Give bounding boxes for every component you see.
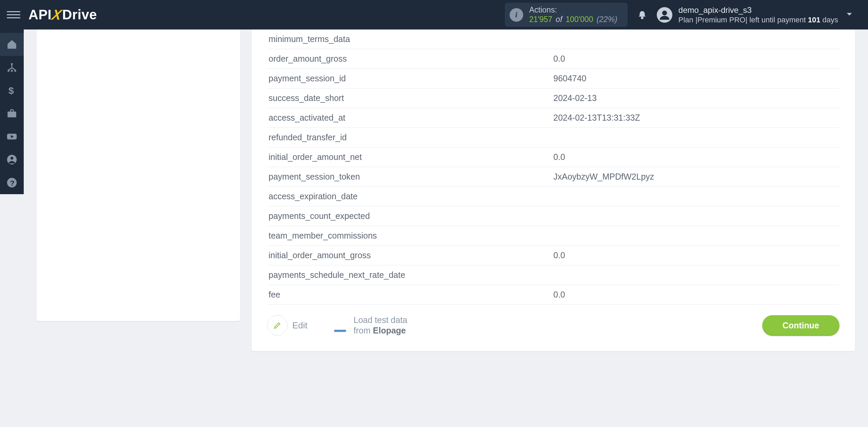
table-row: payments_schedule_next_rate_date bbox=[267, 265, 840, 285]
svg-point-3 bbox=[7, 70, 9, 72]
svg-point-0 bbox=[641, 17, 643, 19]
svg-point-4 bbox=[11, 70, 13, 72]
table-key: minimum_terms_data bbox=[267, 29, 552, 49]
table-value bbox=[552, 29, 840, 49]
table-row: initial_order_amount_gross0.0 bbox=[267, 246, 840, 265]
load-test-data-button[interactable]: Load test data from Elopage bbox=[331, 315, 407, 336]
sidebar-help-icon[interactable]: ? bbox=[0, 171, 24, 194]
table-value bbox=[552, 206, 840, 226]
actions-label: Actions: bbox=[529, 5, 617, 15]
table-row: refunded_transfer_id bbox=[267, 128, 840, 147]
table-value: 0.0 bbox=[552, 49, 840, 69]
svg-rect-7 bbox=[7, 111, 16, 117]
table-value bbox=[552, 128, 840, 147]
edit-button[interactable]: Edit bbox=[267, 315, 308, 336]
chevron-down-icon bbox=[844, 9, 854, 21]
data-table: minimum_terms_dataorder_amount_gross0.0p… bbox=[267, 29, 840, 305]
table-key: initial_order_amount_gross bbox=[267, 246, 552, 265]
table-key: payments_schedule_next_rate_date bbox=[267, 265, 552, 285]
table-key: refunded_transfer_id bbox=[267, 128, 552, 147]
logo-drive: Drive bbox=[62, 7, 97, 22]
load-source: Elopage bbox=[373, 326, 406, 335]
table-row: access_expiration_date bbox=[267, 187, 840, 206]
logo-api: API bbox=[28, 7, 52, 22]
sidebar-home-icon[interactable] bbox=[0, 33, 24, 56]
table-value: 0.0 bbox=[552, 285, 840, 305]
table-row: team_member_commissions bbox=[267, 226, 840, 246]
table-key: access_activated_at bbox=[267, 108, 552, 128]
table-value: 9604740 bbox=[552, 69, 840, 88]
pencil-icon bbox=[267, 315, 288, 336]
sidebar-youtube-icon[interactable] bbox=[0, 125, 24, 148]
actions-used: 21'957 bbox=[529, 15, 552, 24]
avatar-icon bbox=[657, 7, 672, 23]
sidebar-connections-icon[interactable] bbox=[0, 56, 24, 79]
table-row: order_amount_gross0.0 bbox=[267, 49, 840, 69]
load-from: from bbox=[354, 326, 373, 335]
user-plan: Plan |Premium PRO| left until payment 10… bbox=[678, 15, 838, 25]
download-icon bbox=[331, 317, 349, 334]
svg-point-5 bbox=[14, 70, 16, 72]
table-row: payment_session_tokenJxAoybzyW_MPDfW2Lpy… bbox=[267, 167, 840, 187]
table-row: fee0.0 bbox=[267, 285, 840, 305]
table-key: fee bbox=[267, 285, 552, 305]
table-key: payment_session_token bbox=[267, 167, 552, 187]
table-key: initial_order_amount_net bbox=[267, 147, 552, 167]
table-row: success_date_short2024-02-13 bbox=[267, 88, 840, 108]
table-key: team_member_commissions bbox=[267, 226, 552, 246]
table-value: 2024-02-13 bbox=[552, 88, 840, 108]
actions-of: of bbox=[556, 15, 562, 24]
table-row: initial_order_amount_net0.0 bbox=[267, 147, 840, 167]
table-row: payment_session_id9604740 bbox=[267, 69, 840, 88]
user-menu[interactable]: demo_apix-drive_s3 Plan |Premium PRO| le… bbox=[657, 5, 854, 25]
actions-pct: (22%) bbox=[596, 15, 617, 24]
table-key: order_amount_gross bbox=[267, 49, 552, 69]
continue-button[interactable]: Continue bbox=[762, 315, 840, 336]
table-value bbox=[552, 187, 840, 206]
table-key: payment_session_id bbox=[267, 69, 552, 88]
svg-text:?: ? bbox=[10, 179, 15, 187]
table-row: access_activated_at2024-02-13T13:31:33Z bbox=[267, 108, 840, 128]
actions-limit: 100'000 bbox=[566, 15, 593, 24]
table-row: minimum_terms_data bbox=[267, 29, 840, 49]
table-value: JxAoybzyW_MPDfW2Lpyz bbox=[552, 167, 840, 187]
svg-point-2 bbox=[11, 63, 13, 65]
table-key: access_expiration_date bbox=[267, 187, 552, 206]
brand-logo[interactable]: APIXDrive bbox=[28, 7, 97, 22]
table-key: success_date_short bbox=[267, 88, 552, 108]
left-panel bbox=[37, 29, 240, 321]
hamburger-menu-icon[interactable] bbox=[7, 8, 20, 22]
topbar: APIXDrive i Actions: 21'957 of 100'000 (… bbox=[0, 0, 868, 29]
sidebar: $ ? bbox=[0, 29, 24, 194]
table-row: payments_count_expected bbox=[267, 206, 840, 226]
edit-label: Edit bbox=[292, 320, 308, 331]
actions-counter[interactable]: i Actions: 21'957 of 100'000 (22%) bbox=[505, 3, 628, 27]
svg-point-1 bbox=[662, 11, 667, 15]
svg-text:$: $ bbox=[8, 85, 14, 96]
table-value: 0.0 bbox=[552, 246, 840, 265]
logo-x: X bbox=[51, 7, 63, 23]
data-panel: minimum_terms_dataorder_amount_gross0.0p… bbox=[252, 29, 855, 351]
sidebar-billing-icon[interactable]: $ bbox=[0, 79, 24, 102]
notifications-bell-icon[interactable] bbox=[637, 9, 647, 21]
info-icon: i bbox=[510, 8, 523, 22]
svg-point-10 bbox=[11, 157, 14, 160]
table-value: 0.0 bbox=[552, 147, 840, 167]
load-line1: Load test data bbox=[354, 315, 407, 325]
table-value: 2024-02-13T13:31:33Z bbox=[552, 108, 840, 128]
user-name: demo_apix-drive_s3 bbox=[678, 5, 838, 15]
sidebar-briefcase-icon[interactable] bbox=[0, 102, 24, 125]
table-value bbox=[552, 226, 840, 246]
sidebar-user-icon[interactable] bbox=[0, 148, 24, 171]
table-key: payments_count_expected bbox=[267, 206, 552, 226]
table-value bbox=[552, 265, 840, 285]
